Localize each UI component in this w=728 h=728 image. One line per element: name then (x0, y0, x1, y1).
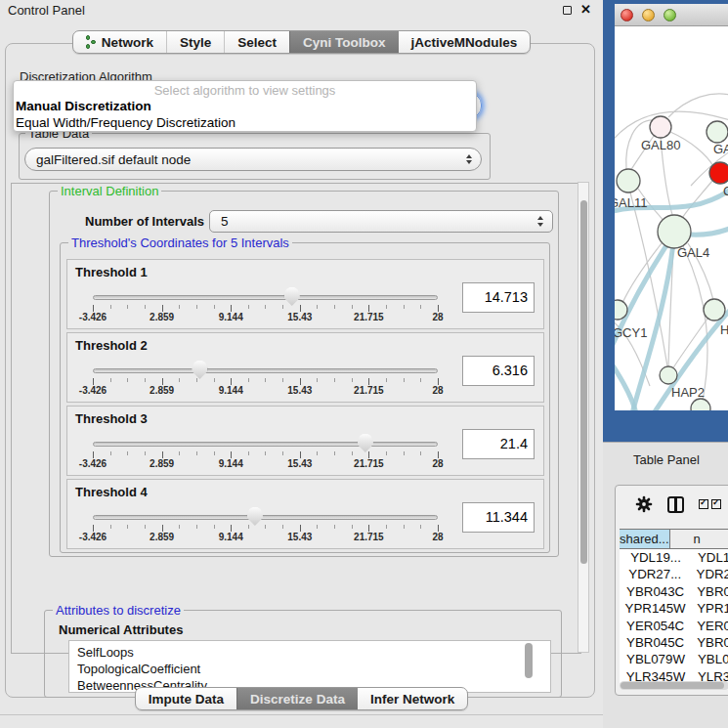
tab-select[interactable]: Select (224, 31, 289, 53)
column-header-shared-name[interactable]: shared... (620, 530, 670, 548)
network-window: GAL80GACGAL11GAL4GCY1HHAP2 (615, 4, 728, 410)
tick-label: 2.859 (150, 385, 174, 396)
tick-label: 9.144 (219, 385, 243, 396)
gear-icon[interactable] (635, 495, 653, 513)
table-row[interactable]: YBR043CYBR0 (620, 583, 728, 600)
tab-network[interactable]: Network (73, 31, 166, 53)
network-node-c[interactable] (709, 162, 728, 184)
close-icon[interactable]: ✕ (580, 2, 591, 17)
table-panel-card: shared... n YDL19...YDL1YDR27...YDR2YBR0… (615, 485, 728, 696)
table-row[interactable]: YBL079WYBL0 (620, 651, 728, 667)
combo-stepper-icon (537, 216, 543, 227)
cell-shared-name[interactable]: YPR145W (620, 600, 691, 617)
scrollbar-thumb[interactable] (580, 200, 587, 564)
table-header-row: shared... n (620, 529, 728, 549)
combo-stepper-icon (466, 154, 472, 165)
threshold-3-value[interactable]: 21.4 (462, 429, 535, 459)
interval-definition-label: Interval Definition (58, 185, 161, 197)
cell-name[interactable]: YBR0 (691, 583, 728, 600)
table-row[interactable]: YDL19...YDL1 (620, 549, 728, 566)
dropdown-option-equal-width[interactable]: Equal Width/Frequency Discretization (14, 114, 476, 131)
tab-impute-data[interactable]: Impute Data (136, 688, 236, 709)
numerical-attributes-list[interactable]: SelfLoopsTopologicalCoefficientBetweenne… (68, 640, 551, 693)
threshold-1-panel: Threshold 1 -3.4262.8599.14415.4321.7152… (66, 259, 544, 329)
cell-name[interactable]: YDR2 (691, 566, 728, 582)
node-label: GA (713, 142, 728, 156)
network-canvas[interactable]: GAL80GACGAL11GAL4GCY1HHAP2 (615, 26, 728, 410)
slider-thumb[interactable] (247, 507, 263, 526)
threshold-4-value[interactable]: 11.344 (462, 502, 535, 533)
network-window-titlebar[interactable] (615, 4, 728, 26)
threshold-2-value[interactable]: 6.316 (462, 356, 535, 386)
numerical-attributes-label: Numerical Attributes (59, 622, 183, 637)
threshold-2-slider[interactable]: -3.4262.8599.14415.4321.71528 (93, 333, 438, 404)
tab-style[interactable]: Style (166, 31, 224, 53)
network-node-gal11[interactable] (617, 169, 640, 193)
panel-scrollbar[interactable] (578, 182, 589, 653)
threshold-3-slider[interactable]: -3.4262.8599.14415.4321.71528 (93, 407, 438, 477)
network-node[interactable] (691, 399, 710, 410)
tab-discretize-data[interactable]: Discretize Data (236, 688, 358, 709)
table-row[interactable]: YPR145WYPR1 (620, 600, 728, 617)
dropdown-option-manual[interactable]: Manual Discretization (14, 98, 476, 114)
network-svg[interactable]: GAL80GACGAL11GAL4GCY1HHAP2 (615, 26, 728, 410)
network-node-ga[interactable] (707, 121, 728, 143)
cell-name[interactable]: YDL1 (692, 549, 728, 566)
slider-thumb[interactable] (358, 434, 373, 452)
cell-name[interactable]: YER0 (691, 618, 728, 634)
slider-track[interactable] (93, 442, 438, 447)
slider-track[interactable] (93, 368, 438, 373)
network-node-h[interactable] (704, 299, 725, 321)
right-pane: GAL80GACGAL11GAL4GCY1HHAP2 Table Panel (603, 0, 728, 728)
slider-thumb[interactable] (284, 287, 300, 306)
network-node-hap2[interactable] (660, 366, 677, 384)
zoom-traffic-light-icon[interactable] (664, 9, 676, 21)
column-layout-icon[interactable] (667, 496, 684, 513)
cell-shared-name[interactable]: YDL19... (620, 549, 692, 566)
tick-label: 21.715 (354, 458, 384, 469)
minimize-traffic-light-icon[interactable] (642, 9, 655, 21)
table-horizontal-scrollbar[interactable] (620, 681, 728, 690)
cell-name[interactable]: YBL0 (692, 651, 728, 667)
threshold-4-slider[interactable]: -3.4262.8599.14415.4321.71528 (93, 480, 438, 550)
slider-track[interactable] (93, 295, 438, 300)
attribute-list-item[interactable]: TopologicalCoefficient (77, 661, 550, 677)
threshold-1-slider[interactable]: -3.4262.8599.14415.4321.71528 (93, 260, 438, 330)
tab-jactivemnodules[interactable]: jActiveMNodules (399, 31, 531, 53)
tab-label: Impute Data (149, 692, 224, 707)
slider-thumb[interactable] (192, 361, 207, 379)
cell-shared-name[interactable]: YBL079W (620, 651, 692, 667)
checkbox-icon[interactable] (711, 499, 721, 509)
number-of-intervals-combo[interactable]: 5 (209, 210, 553, 233)
cell-shared-name[interactable]: YBR045C (620, 634, 691, 651)
cell-shared-name[interactable]: YER054C (620, 618, 691, 634)
table-data-combo[interactable]: galFiltered.sif default node (24, 148, 482, 171)
tab-cyni-toolbox[interactable]: Cyni Toolbox (289, 31, 399, 53)
control-panel-titlebar: Control Panel ✕ (0, 0, 603, 20)
threshold-1-value[interactable]: 14.713 (462, 282, 535, 313)
cell-name[interactable]: YPR1 (691, 600, 728, 617)
cell-shared-name[interactable]: YBR043C (620, 583, 691, 600)
attribute-list-item[interactable]: SelfLoops (77, 644, 550, 661)
cell-shared-name[interactable]: YDR27... (620, 566, 691, 582)
tab-label: Cyni Toolbox (303, 35, 386, 50)
tab-infer-network[interactable]: Infer Network (358, 688, 467, 709)
column-header-name[interactable]: n (670, 530, 728, 548)
tick-label: 9.144 (219, 312, 243, 322)
close-traffic-light-icon[interactable] (621, 9, 633, 21)
slider-track[interactable] (93, 515, 438, 520)
list-scrollbar[interactable] (525, 643, 533, 678)
checkbox-icon[interactable] (699, 499, 708, 509)
tab-label: Discretize Data (250, 692, 345, 707)
checkbox-filter-icons[interactable] (699, 499, 721, 509)
table-row[interactable]: YBR045CYBR0 (620, 634, 728, 651)
network-node-gal80[interactable] (650, 116, 671, 138)
float-window-icon[interactable] (563, 6, 572, 15)
tab-label: Style (180, 35, 211, 50)
scrollbar-thumb[interactable] (621, 682, 724, 689)
table-row[interactable]: YER054CYER0 (620, 618, 728, 634)
cell-name[interactable]: YBR0 (691, 634, 728, 651)
network-node-gal4[interactable] (658, 215, 691, 248)
table-row[interactable]: YDR27...YDR2 (620, 566, 728, 582)
network-view-frame: GAL80GACGAL11GAL4GCY1HHAP2 (603, 0, 728, 442)
